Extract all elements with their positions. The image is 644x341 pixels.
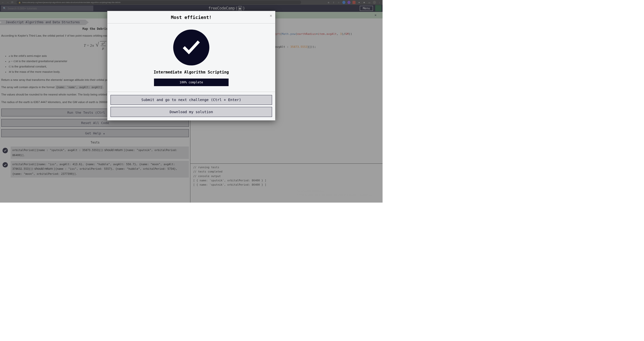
download-solution-button[interactable]: Download my solution bbox=[110, 107, 272, 117]
modal-title: Most efficient! bbox=[107, 11, 275, 23]
modal-section-label: Intermediate Algorithm Scripting bbox=[107, 70, 275, 75]
submit-next-button[interactable]: Submit and go to next challenge (Ctrl + … bbox=[110, 95, 272, 105]
windows-watermark: Активация Windows Чтобы активировать Win… bbox=[297, 189, 373, 197]
close-icon[interactable]: × bbox=[270, 13, 272, 18]
modal-overlay[interactable]: Most efficient! × Intermediate Algorithm… bbox=[0, 0, 383, 203]
big-check-icon bbox=[173, 30, 209, 66]
completion-modal: Most efficient! × Intermediate Algorithm… bbox=[107, 11, 275, 120]
progress-bar: 100% complete bbox=[154, 79, 229, 86]
